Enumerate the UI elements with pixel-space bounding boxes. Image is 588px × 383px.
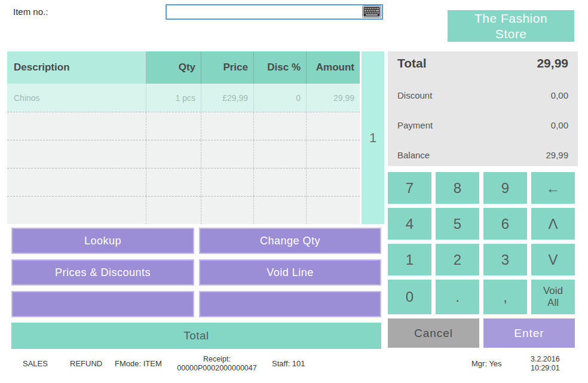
total-row: Total 29,99 [388, 56, 578, 71]
payment-value: 0,00 [551, 120, 568, 130]
decimal-point-key[interactable]: . [436, 280, 479, 314]
item-disc: 0 [254, 84, 307, 112]
numpad-key-9[interactable]: 9 [483, 172, 527, 204]
numpad-key-0[interactable]: 0 [388, 280, 431, 314]
void-all-key[interactable]: Void All [531, 280, 575, 314]
change-qty-button[interactable]: Change Qty [199, 228, 381, 254]
table-row-item[interactable]: Chinos 1 pcs £29,99 0 29,99 [7, 84, 360, 112]
status-receipt: Receipt: 00000P0002000000047 [169, 355, 265, 373]
discount-row: Discount 0,00 [388, 90, 578, 100]
store-name-button[interactable]: The Fashion Store [448, 10, 574, 42]
status-manager: Mgr: Yes [471, 359, 502, 368]
table-row-empty [7, 140, 360, 168]
total-button[interactable]: Total [11, 323, 381, 349]
item-no-label: Item no.: [13, 7, 48, 17]
prices-discounts-button[interactable]: Prices & Discounts [11, 259, 194, 286]
balance-row: Balance 29,99 [388, 150, 578, 160]
status-date: 3.2.2016 [531, 355, 560, 364]
status-time: 10:29:01 [531, 364, 560, 373]
receipt-label: Receipt: [169, 355, 265, 364]
item-description: Chinos [7, 84, 146, 112]
balance-label: Balance [397, 150, 430, 160]
status-refund-mode: REFUND [70, 359, 102, 368]
pos-screen: Item no.: The Fashion Store Description … [0, 0, 588, 383]
table-header-row: Description Qty Price Disc % Amount [7, 51, 360, 84]
item-no-input[interactable] [166, 4, 383, 20]
numpad-key-6[interactable]: 6 [483, 208, 527, 240]
backspace-key[interactable]: ← [531, 172, 575, 204]
sale-lines-table: Description Qty Price Disc % Amount Chin… [7, 51, 360, 224]
store-name-label: The Fashion Store [466, 11, 556, 41]
table-row-empty [7, 196, 360, 224]
column-header-description: Description [7, 51, 146, 84]
page-number: 1 [369, 130, 376, 146]
comma-key[interactable]: , [483, 280, 527, 314]
item-qty: 1 pcs [146, 84, 201, 112]
discount-value: 0,00 [551, 90, 568, 100]
payment-row: Payment 0,00 [388, 120, 578, 130]
numpad: 7 8 9 ← 4 5 6 Λ 1 2 3 V 0 . , Void All [388, 172, 575, 314]
total-label: Total [397, 56, 427, 71]
numpad-key-5[interactable]: 5 [436, 208, 479, 240]
column-header-price: Price [201, 51, 254, 84]
arrow-down-key[interactable]: V [531, 244, 575, 275]
balance-value: 29,99 [546, 150, 568, 160]
function-buttons: Lookup Change Qty Prices & Discounts Voi… [11, 228, 381, 317]
page-indicator-strip[interactable]: 1 [362, 51, 384, 224]
totals-panel: Total 29,99 Discount 0,00 Payment 0,00 B… [388, 51, 578, 166]
status-fmode: FMode: ITEM [115, 359, 162, 368]
numpad-key-7[interactable]: 7 [388, 172, 431, 204]
table-row-empty [7, 112, 360, 140]
column-header-disc: Disc % [254, 51, 307, 84]
status-sales-mode: SALES [23, 359, 48, 368]
numpad-key-2[interactable]: 2 [436, 244, 479, 275]
lookup-button[interactable]: Lookup [11, 228, 194, 254]
blank-function-button-left[interactable] [11, 291, 194, 317]
numpad-key-1[interactable]: 1 [388, 244, 431, 275]
enter-button[interactable]: Enter [483, 318, 575, 348]
total-value: 29,99 [537, 56, 568, 71]
column-header-qty: Qty [146, 51, 201, 84]
discount-label: Discount [397, 90, 432, 100]
void-line-button[interactable]: Void Line [199, 259, 381, 286]
blank-function-button-right[interactable] [199, 291, 381, 317]
status-datetime: 3.2.2016 10:29:01 [531, 355, 560, 373]
column-header-amount: Amount [307, 51, 360, 84]
item-price: £29,99 [201, 84, 254, 112]
numpad-key-4[interactable]: 4 [388, 208, 431, 240]
status-staff: Staff: 101 [272, 359, 305, 368]
numpad-key-8[interactable]: 8 [436, 172, 479, 204]
numpad-key-3[interactable]: 3 [483, 244, 527, 275]
table-row-empty [7, 168, 360, 196]
receipt-number: 00000P0002000000047 [169, 364, 265, 373]
payment-label: Payment [397, 120, 433, 130]
keyboard-icon[interactable] [362, 5, 381, 18]
arrow-up-key[interactable]: Λ [531, 208, 575, 240]
cancel-button[interactable]: Cancel [388, 318, 479, 348]
numpad-action-row: Cancel Enter [388, 318, 575, 348]
item-amount: 29,99 [307, 84, 360, 112]
